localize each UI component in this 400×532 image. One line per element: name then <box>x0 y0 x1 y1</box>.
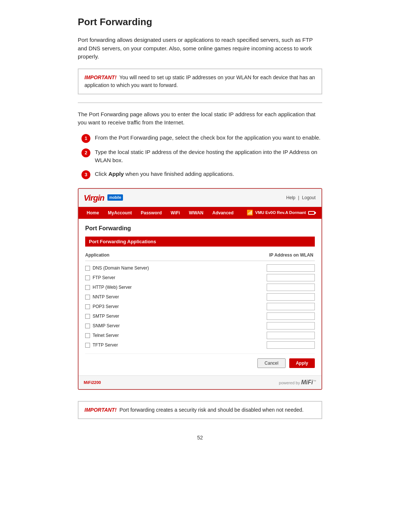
buttons-row: Cancel Apply <box>85 354 315 370</box>
checkbox-nntp[interactable] <box>85 295 90 300</box>
step-text-1: From the Port Forwarding page, select th… <box>95 134 321 142</box>
app-row-tftp: TFTP Server <box>85 340 315 350</box>
app-row-ftp: FTP Server <box>85 273 315 282</box>
step-text-2: Type the local static IP address of the … <box>95 148 322 165</box>
ip-input-dns[interactable] <box>267 264 315 272</box>
app-row-pop3: POP3 Server <box>85 302 315 311</box>
steps-list: 1 From the Port Forwarding page, select … <box>78 134 322 179</box>
app-name-smtp: SMTP Server <box>93 313 267 319</box>
content-title: Port Forwarding <box>85 224 315 233</box>
page-title: Port Forwarding <box>78 15 322 29</box>
app-name-snmp: SNMP Server <box>93 322 267 329</box>
cancel-button[interactable]: Cancel <box>257 358 285 368</box>
step-num-2: 2 <box>81 148 90 157</box>
logout-link[interactable]: Logout <box>302 195 316 200</box>
svg-text:Virgin: Virgin <box>84 193 104 203</box>
step-3: 3 Click Apply when you have finished add… <box>81 170 322 179</box>
apply-button[interactable]: Apply <box>289 358 315 368</box>
signal-icon: 📶 <box>247 209 253 217</box>
checkbox-ftp[interactable] <box>85 275 90 280</box>
app-row-nntp: NNTP Server <box>85 292 315 302</box>
ip-input-tftp[interactable] <box>267 341 315 349</box>
header-links: Help | Logout <box>286 194 316 201</box>
checkbox-pop3[interactable] <box>85 304 90 309</box>
intro-text: Port forwarding allows designated users … <box>78 36 322 61</box>
app-name-http: HTTP (Web) Server <box>93 284 267 291</box>
important-text-1: You will need to set up static IP addres… <box>84 74 315 88</box>
checkbox-tftp[interactable] <box>85 343 90 348</box>
powered-by: powered by MiFi™ <box>279 378 316 387</box>
router-content: Port Forwarding Port Forwarding Applicat… <box>79 219 321 376</box>
important-text-2: Port forwarding creates a security risk … <box>119 407 303 413</box>
col-ip-header: IP Address on WLAN <box>248 252 315 258</box>
battery-icon <box>308 211 315 215</box>
app-row-snmp: SNMP Server <box>85 321 315 331</box>
app-name-tftp: TFTP Server <box>93 342 267 348</box>
status-text: VMU Ev0O Rev.A Dormant <box>255 210 306 216</box>
app-name-telnet: Telnet Server <box>93 332 267 339</box>
ip-input-nntp[interactable] <box>267 293 315 301</box>
important-label-1: IMPORTANT! <box>84 74 117 80</box>
ip-input-http[interactable] <box>267 284 315 291</box>
checkbox-snmp[interactable] <box>85 324 90 328</box>
important-box-1: IMPORTANT! You will need to set up stati… <box>78 68 322 94</box>
app-row-telnet: Telnet Server <box>85 331 315 340</box>
apply-bold: Apply <box>109 171 124 177</box>
virgin-svg-logo: Virgin <box>84 192 106 204</box>
router-ui: Virgin mobile Help | Logout Home MyAccou… <box>78 188 322 390</box>
checkbox-http[interactable] <box>85 285 90 290</box>
app-name-dns: DNS (Domain Name Server) <box>93 265 267 271</box>
important-box-2: IMPORTANT! Port forwarding creates a sec… <box>78 401 322 419</box>
table-header: Application IP Address on WLAN <box>85 250 315 261</box>
ip-input-ftp[interactable] <box>267 274 315 281</box>
step-num-3: 3 <box>81 170 90 179</box>
nav-myaccount[interactable]: MyAccount <box>103 207 136 219</box>
mifi-brand: MiFi <box>301 379 313 385</box>
virgin-logo: Virgin <box>84 192 106 204</box>
checkbox-dns[interactable] <box>85 266 90 271</box>
nav-wifi[interactable]: WiFi <box>166 207 184 219</box>
app-row-smtp: SMTP Server <box>85 311 315 321</box>
help-link[interactable]: Help <box>286 195 296 200</box>
app-row-dns: DNS (Domain Name Server) <box>85 263 315 273</box>
nav-password[interactable]: Password <box>136 207 166 219</box>
app-row-http: HTTP (Web) Server <box>85 282 315 292</box>
step-text-3: Click Apply when you have finished addin… <box>95 170 234 178</box>
app-name-pop3: POP3 Server <box>93 303 267 310</box>
divider-1 <box>78 103 322 103</box>
ip-input-pop3[interactable] <box>267 303 315 310</box>
ip-input-snmp[interactable] <box>267 322 315 329</box>
mobile-badge: mobile <box>107 194 123 201</box>
router-nav: Home MyAccount Password WiFi WWAN Advanc… <box>79 207 321 219</box>
router-footer: MiFi2200 powered by MiFi™ <box>79 375 321 389</box>
mifi-model: MiFi2200 <box>84 379 101 386</box>
nav-wwan[interactable]: WWAN <box>184 207 208 219</box>
step-2: 2 Type the local static IP address of th… <box>81 148 322 165</box>
router-header: Virgin mobile Help | Logout <box>79 189 321 207</box>
status-area: 📶 VMU Ev0O Rev.A Dormant <box>244 207 318 218</box>
checkbox-telnet[interactable] <box>85 333 90 338</box>
step-num-1: 1 <box>81 134 90 143</box>
link-separator: | <box>298 195 300 200</box>
ip-input-smtp[interactable] <box>267 312 315 320</box>
step-1: 1 From the Port Forwarding page, select … <box>81 134 322 143</box>
powered-by-label: powered by <box>279 381 300 385</box>
section-bar: Port Forwarding Applications <box>85 237 315 247</box>
nav-advanced[interactable]: Advanced <box>208 207 238 219</box>
app-name-ftp: FTP Server <box>93 274 267 281</box>
logo-area: Virgin mobile <box>84 192 123 204</box>
nav-home[interactable]: Home <box>82 207 103 219</box>
important-label-2: IMPORTANT! <box>84 407 117 413</box>
app-name-nntp: NNTP Server <box>93 294 267 300</box>
col-app-header: Application <box>85 252 248 258</box>
checkbox-smtp[interactable] <box>85 314 90 319</box>
body-text: The Port Forwarding page allows you to e… <box>78 110 322 127</box>
ip-input-telnet[interactable] <box>267 332 315 339</box>
page-number: 52 <box>78 434 322 442</box>
